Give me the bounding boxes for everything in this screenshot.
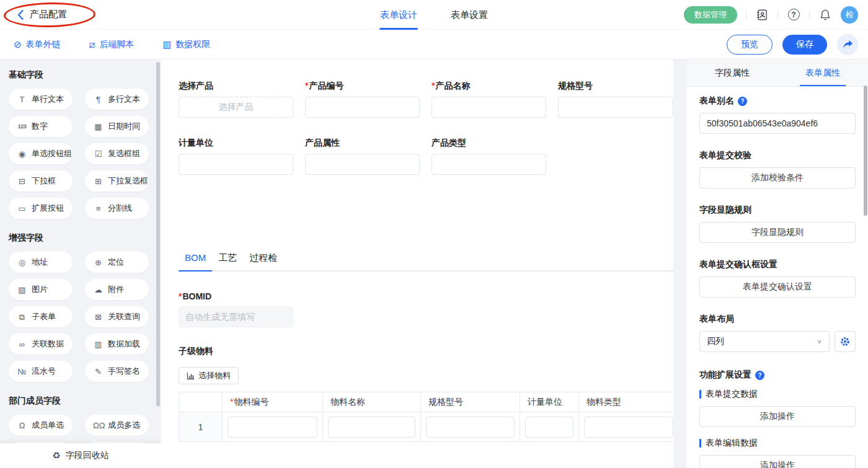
help-icon[interactable]: ?	[787, 8, 800, 22]
field-pill-image[interactable]: ▧图片	[9, 279, 73, 300]
preview-button[interactable]: 预览	[727, 35, 773, 55]
material-spec-input[interactable]	[426, 417, 515, 438]
pill-label: 下拉复选框	[108, 175, 148, 187]
field-pill-member-multi[interactable]: ΩΩ成员多选	[85, 415, 149, 436]
material-unit-input[interactable]	[525, 417, 574, 438]
field-pill-signature[interactable]: ✎手写签名	[85, 361, 149, 382]
user-avatar[interactable]: 检	[841, 6, 858, 24]
form-field-spec-model[interactable]: 规格型号	[558, 81, 673, 118]
tab-form-design[interactable]: 表单设计	[380, 0, 417, 30]
address-book-icon[interactable]	[755, 8, 769, 22]
field-pill-datetime[interactable]: ▦日期时间	[85, 116, 149, 137]
field-pill-select[interactable]: ⊟下拉框	[9, 170, 73, 192]
person-icon: Ω	[17, 422, 27, 430]
field-pill-relation-query[interactable]: ⊠关联查询	[85, 306, 149, 327]
pill-label: 分割线	[108, 203, 132, 214]
edit-data-add-action-button[interactable]: 添加操作	[699, 455, 856, 468]
backend-script-button[interactable]: ⧄ 后端脚本	[89, 39, 135, 50]
material-code-input[interactable]	[228, 417, 317, 438]
form-field-product-name[interactable]: *产品名称	[432, 81, 546, 118]
data-permission-label: 数据权限	[175, 39, 210, 50]
field-pill-checkbox-group[interactable]: ☑复选框组	[85, 143, 149, 164]
permission-icon: ▥	[162, 40, 171, 49]
field-pill-number[interactable]: 123数字	[9, 116, 73, 137]
unit-input[interactable]	[179, 154, 293, 175]
field-pill-extend-button[interactable]: ▭扩展按钮	[9, 198, 73, 219]
pill-label: 子表单	[32, 311, 56, 322]
people-icon: ΩΩ	[93, 422, 104, 430]
form-alias-input[interactable]	[699, 113, 856, 134]
product-code-input[interactable]	[305, 97, 420, 118]
tab-process-check[interactable]: 过程检	[243, 252, 283, 270]
notification-bell-icon[interactable]	[818, 8, 832, 22]
field-label: 选择产品	[179, 81, 213, 91]
share-button[interactable]	[837, 34, 858, 55]
tab-form-properties-label: 表单属性	[805, 68, 840, 79]
pill-label: 图片	[32, 284, 48, 295]
enhanced-fields-section: 增强字段 ◎地址 ⊕定位 ▧图片 ☁附件 ⧉子表单 ⊠关联查询 ∞关联数据 ▥数…	[9, 232, 153, 382]
tab-process-check-label: 过程检	[249, 252, 277, 263]
field-pill-attachment[interactable]: ☁附件	[85, 279, 149, 300]
cell-unit	[520, 412, 579, 442]
form-field-product-attribute[interactable]: 产品属性	[305, 138, 420, 175]
add-validation-button[interactable]: 添加校验条件	[699, 167, 856, 188]
section-title: 部门成员字段	[9, 395, 153, 407]
form-row-2: 计量单位 产品属性 产品类型	[179, 138, 673, 175]
window-scrollbar[interactable]	[864, 86, 867, 216]
cell-material-name	[323, 412, 421, 442]
help-badge-icon[interactable]: ?	[755, 371, 764, 380]
tab-process[interactable]: 工艺	[212, 252, 243, 270]
layout-select[interactable]: 四列 ∨	[699, 331, 830, 352]
field-recycle-bin[interactable]: ♻ 字段回收站	[0, 443, 161, 468]
layout-settings-button[interactable]	[835, 331, 856, 352]
submit-data-add-action-button[interactable]: 添加操作	[699, 406, 856, 427]
form-field-bomid[interactable]: *BOMID	[179, 291, 673, 327]
field-pill-subform[interactable]: ⧉子表单	[9, 306, 73, 327]
field-pill-multiline-text[interactable]: ¶多行文本	[85, 89, 149, 110]
tab-form-design-label: 表单设计	[380, 9, 417, 21]
external-link-button[interactable]: ⊘ 表单外链	[14, 39, 61, 50]
pill-label: 数据加载	[108, 338, 140, 350]
spec-model-input[interactable]	[558, 97, 673, 118]
form-field-select-product[interactable]: 选择产品 选择产品	[179, 81, 293, 118]
tab-form-properties[interactable]: 表单属性	[777, 60, 868, 86]
field-pill-geolocation[interactable]: ⊕定位	[85, 252, 149, 273]
tab-form-settings[interactable]: 表单设置	[451, 0, 488, 30]
field-visibility-button[interactable]: 字段显隐规则	[699, 222, 856, 243]
material-type-input[interactable]	[584, 417, 673, 438]
field-pill-member-single[interactable]: Ω成员单选	[9, 415, 73, 436]
tab-bom[interactable]: BOM	[179, 252, 212, 270]
tab-field-properties[interactable]: 字段属性	[687, 60, 777, 86]
select-material-button[interactable]: 选择物料	[179, 367, 239, 384]
help-badge-icon[interactable]: ?	[738, 97, 747, 106]
field-pill-radio-group[interactable]: ◉单选按钮组	[9, 143, 73, 164]
form-field-product-type[interactable]: 产品类型	[432, 138, 546, 175]
form-validation-group: 表单提交校验 添加校验条件	[699, 150, 856, 188]
submit-confirm-button[interactable]: 表单提交确认设置	[699, 276, 856, 298]
field-pill-relation-data[interactable]: ∞关联数据	[9, 333, 73, 355]
extension-settings: 功能扩展设置 ? 表单提交数据 添加操作 表单编辑数据 添加操作	[699, 369, 856, 468]
form-field-product-code[interactable]: *产品编号	[305, 81, 420, 118]
form-alias-label-row: 表单别名 ?	[699, 95, 856, 107]
field-pill-address[interactable]: ◎地址	[9, 252, 73, 273]
select-product-picker[interactable]: 选择产品	[179, 97, 293, 118]
product-name-input[interactable]	[432, 97, 546, 118]
pill-label: 数字	[32, 121, 48, 132]
field-library-sidebar: 基础字段 T单行文本 ¶多行文本 123数字 ▦日期时间 ◉单选按钮组 ☑复选框…	[0, 60, 161, 468]
field-pill-serial-number[interactable]: №流水号	[9, 361, 73, 382]
material-table-header: *物料编号 物料名称 规格型号 计量单位 物料类型	[179, 392, 674, 412]
field-pill-divider-line[interactable]: ≡分割线	[85, 198, 149, 219]
field-pill-multi-select[interactable]: ⊞下拉复选框	[85, 170, 149, 192]
form-field-unit[interactable]: 计量单位	[179, 138, 293, 175]
sidebar-scrollbar[interactable]	[156, 62, 160, 407]
header: 产品配置 表单设计 表单设置 数据管理 ? 检	[0, 0, 868, 30]
product-type-input[interactable]	[432, 154, 546, 175]
field-pill-single-line-text[interactable]: T单行文本	[9, 89, 73, 110]
back-navigation[interactable]: 产品配置	[12, 6, 72, 23]
material-name-input[interactable]	[328, 417, 415, 438]
field-pill-data-load[interactable]: ▥数据加载	[85, 333, 149, 355]
save-button[interactable]: 保存	[782, 35, 827, 55]
product-attribute-input[interactable]	[305, 154, 420, 175]
data-manage-button[interactable]: 数据管理	[684, 6, 737, 24]
data-permission-button[interactable]: ▥ 数据权限	[162, 39, 210, 50]
